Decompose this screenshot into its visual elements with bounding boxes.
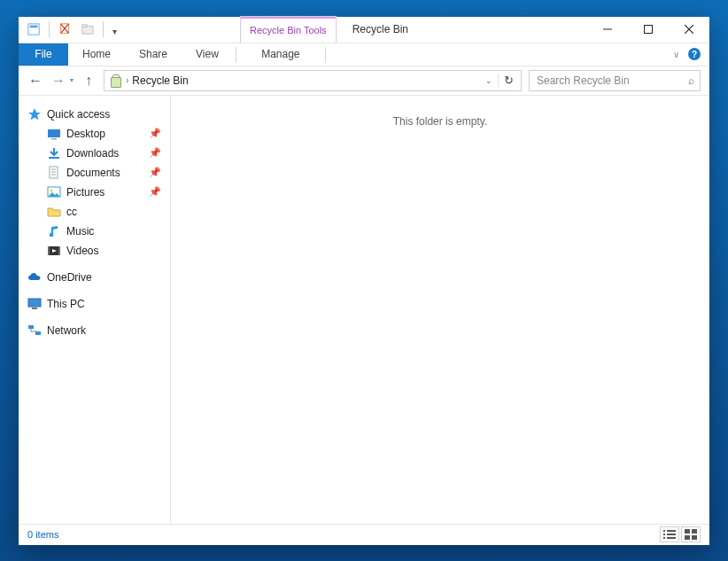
help-icon[interactable]: ? <box>688 48 701 60</box>
title-bar: ▾ Recycle Bin Tools Recycle Bin <box>19 17 709 43</box>
svg-rect-34 <box>685 535 690 540</box>
explorer-window: ▾ Recycle Bin Tools Recycle Bin File Hom… <box>19 17 709 545</box>
sidebar-item-pictures[interactable]: Pictures 📌 <box>22 183 167 202</box>
sidebar-item-label: Quick access <box>47 108 110 121</box>
network-icon <box>27 323 42 338</box>
ribbon-tab-share[interactable]: Share <box>125 43 182 66</box>
svg-rect-25 <box>35 331 41 335</box>
nav-back-button[interactable]: ← <box>27 73 43 89</box>
sidebar-item-label: OneDrive <box>47 271 92 284</box>
sidebar-item-label: Network <box>47 324 86 337</box>
svg-rect-29 <box>667 534 676 535</box>
pin-icon: 📌 <box>149 147 161 159</box>
maximize-button[interactable] <box>628 16 669 43</box>
svg-rect-26 <box>663 530 665 532</box>
sidebar-item-label: Documents <box>66 167 120 179</box>
ribbon-tab-home[interactable]: Home <box>68 43 125 66</box>
ribbon-expand-chevron-icon[interactable]: ∨ <box>673 50 679 59</box>
folder-icon <box>47 205 61 219</box>
ribbon-tab-label: Manage <box>261 48 299 60</box>
qat-separator <box>49 21 50 37</box>
sidebar-item-label: Videos <box>66 245 98 257</box>
qat-properties-button[interactable] <box>24 19 43 39</box>
empty-folder-message: This folder is empty. <box>393 115 487 128</box>
svg-rect-28 <box>663 534 665 535</box>
search-icon[interactable]: ⌕ <box>688 74 694 87</box>
file-tab-label: File <box>35 48 51 60</box>
sidebar-item-downloads[interactable]: Downloads 📌 <box>22 144 167 163</box>
sidebar-item-music[interactable]: Music <box>22 222 167 241</box>
status-item-count: 0 items <box>27 529 58 540</box>
sidebar-item-label: Music <box>66 225 94 238</box>
sidebar-item-videos[interactable]: Videos <box>22 241 167 261</box>
close-button[interactable] <box>669 16 709 43</box>
svg-rect-4 <box>82 25 87 27</box>
sidebar-onedrive[interactable]: OneDrive <box>22 268 167 287</box>
ribbon-tab-label: Home <box>82 48 111 60</box>
svg-rect-10 <box>49 157 59 159</box>
sidebar-item-label: This PC <box>47 298 85 310</box>
file-tab[interactable]: File <box>19 43 68 66</box>
ribbon-tab-view[interactable]: View <box>182 43 233 66</box>
svg-marker-7 <box>28 108 41 121</box>
breadcrumb-chevron-icon[interactable]: › <box>122 75 132 85</box>
svg-rect-8 <box>48 129 60 137</box>
contextual-tools-tab-header: Recycle Bin Tools <box>240 16 337 43</box>
search-input[interactable] <box>535 74 688 88</box>
content-pane: This folder is empty. <box>171 96 709 524</box>
minimize-button[interactable] <box>587 16 628 43</box>
music-icon <box>47 224 61 238</box>
svg-rect-24 <box>28 325 34 329</box>
svg-rect-6 <box>645 26 653 34</box>
sidebar-item-documents[interactable]: Documents 📌 <box>22 163 167 183</box>
onedrive-icon <box>27 270 42 284</box>
svg-rect-1 <box>30 26 38 28</box>
ribbon-tab-label: Share <box>139 48 167 60</box>
sidebar-this-pc[interactable]: This PC <box>22 294 167 314</box>
svg-rect-9 <box>51 138 57 140</box>
ribbon-tab-manage[interactable]: Manage <box>238 43 323 66</box>
downloads-icon <box>47 146 61 160</box>
qat-new-folder-button[interactable] <box>78 19 97 39</box>
svg-rect-31 <box>667 537 676 539</box>
sidebar-item-desktop[interactable]: Desktop 📌 <box>22 124 167 144</box>
ribbon-tab-label: View <box>196 48 219 60</box>
view-details-button[interactable] <box>660 526 679 542</box>
view-large-icons-button[interactable] <box>681 526 701 542</box>
svg-point-16 <box>50 189 53 191</box>
qat-empty-recycle-button[interactable] <box>55 19 74 39</box>
ribbon-tabs: File Home Share View Manage ∨ ? <box>19 43 709 66</box>
navigation-bar: ← → ▾ ↑ › Recycle Bin ⌄ ↻ ⌕ <box>19 66 709 95</box>
qat-customize-dropdown[interactable]: ▾ <box>109 23 120 36</box>
sidebar-item-label: cc <box>66 206 77 218</box>
address-bar[interactable]: › Recycle Bin ⌄ ↻ <box>104 70 522 91</box>
sidebar-quick-access[interactable]: Quick access <box>22 105 167 124</box>
sidebar-item-label: Pictures <box>66 186 105 199</box>
search-box[interactable]: ⌕ <box>529 70 701 91</box>
refresh-button[interactable]: ↻ <box>498 74 519 87</box>
nav-forward-button[interactable]: → <box>50 73 66 89</box>
navigation-pane: Quick access Desktop 📌 Downloads 📌 <box>19 96 171 524</box>
window-controls <box>587 16 709 43</box>
svg-rect-23 <box>32 308 37 309</box>
this-pc-icon <box>27 297 42 311</box>
window-body: Quick access Desktop 📌 Downloads 📌 <box>19 95 709 524</box>
contextual-tools-label: Recycle Bin Tools <box>250 25 327 35</box>
svg-rect-33 <box>692 529 697 534</box>
sidebar-network[interactable]: Network <box>22 321 167 340</box>
documents-icon <box>47 166 61 180</box>
sidebar-item-label: Desktop <box>66 128 105 140</box>
pin-icon: 📌 <box>149 167 161 178</box>
sidebar-item-folder-cc[interactable]: cc <box>22 202 167 222</box>
breadcrumb-location[interactable]: Recycle Bin <box>132 74 188 87</box>
pin-icon: 📌 <box>149 128 161 139</box>
address-history-dropdown[interactable]: ⌄ <box>480 76 498 85</box>
window-title: Recycle Bin <box>352 23 408 35</box>
nav-up-button[interactable]: ↑ <box>81 73 97 89</box>
nav-recent-dropdown[interactable]: ▾ <box>70 76 74 84</box>
recycle-bin-icon <box>108 74 122 88</box>
svg-rect-32 <box>685 529 690 534</box>
svg-rect-22 <box>28 299 41 307</box>
svg-rect-35 <box>692 535 697 540</box>
svg-point-17 <box>50 232 54 237</box>
